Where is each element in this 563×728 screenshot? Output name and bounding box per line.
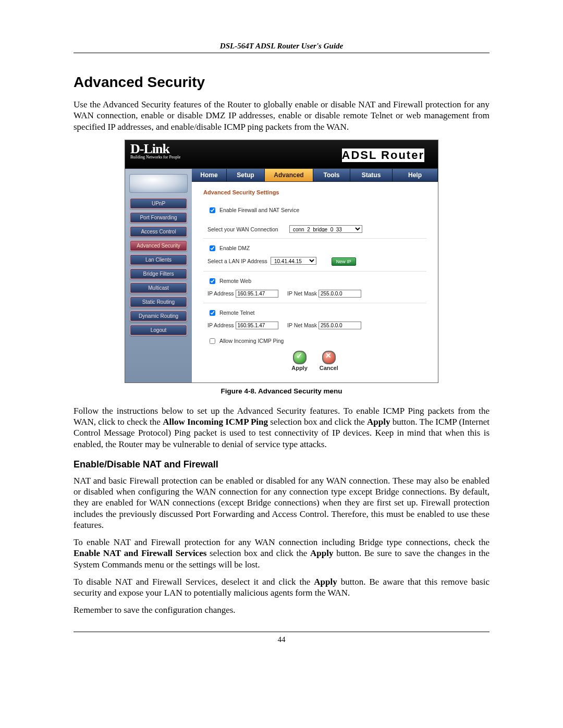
sidebar-item-multicast[interactable]: Multicast [130, 282, 187, 293]
figure-caption: Figure 4-8. Advanced Security menu [74, 387, 489, 395]
icmp-ping-checkbox[interactable] [210, 338, 215, 344]
remote-web-label: Remote Web [219, 278, 251, 284]
sidebar-item-advanced-security[interactable]: Advanced Security [130, 240, 187, 251]
tab-setup[interactable]: Setup [227, 169, 265, 181]
follow-paragraph: Follow the instructions below to set up … [74, 405, 489, 450]
page-title: Advanced Security [74, 74, 489, 91]
sidebar-item-bridge-filters[interactable]: Bridge Filters [130, 268, 187, 279]
brand-logo: D-Link Building Networks for People [130, 141, 180, 159]
new-ip-button[interactable]: New IP [332, 257, 356, 266]
text: selection box and click the [206, 548, 310, 558]
intro-paragraph: Use the Advanced Security features of th… [74, 99, 489, 132]
bold-icmp: Allow Incoming ICMP Ping [163, 417, 268, 427]
remote-telnet-mask-input[interactable] [319, 322, 361, 329]
remote-telnet-label: Remote Telnet [219, 310, 255, 316]
wan-conn-select[interactable]: conn_2_bridge_0_33 [289, 225, 362, 233]
tab-help[interactable]: Help [393, 169, 438, 181]
dmz-lanip-select[interactable]: 10.41.44.15 [271, 257, 316, 265]
brand-tagline: Building Networks for People [130, 155, 180, 159]
icmp-ping-label: Allow Incoming ICMP Ping [219, 338, 284, 344]
device-image [129, 174, 188, 193]
page-number: 44 [278, 635, 286, 644]
nat-paragraph-2: To enable NAT and Firewall protection fo… [74, 537, 489, 570]
sidebar-item-static-routing[interactable]: Static Routing [130, 297, 187, 307]
tab-home[interactable]: Home [192, 169, 227, 181]
bold-apply: Apply [367, 417, 390, 427]
nat-paragraph-3: To disable NAT and Firewall Services, de… [74, 576, 489, 599]
enable-firewall-label: Enable Firewall and NAT Service [219, 207, 299, 213]
subsection-heading: Enable/Disable NAT and Firewall [74, 459, 489, 470]
bold-enable-nat: Enable NAT and Firewall Services [74, 548, 206, 558]
tab-status[interactable]: Status [350, 169, 393, 181]
cancel-label: Cancel [320, 365, 338, 371]
remember-paragraph: Remember to save the configuration chang… [74, 604, 489, 615]
enable-dmz-label: Enable DMZ [219, 245, 250, 251]
sidebar-item-lan-clients[interactable]: Lan Clients [130, 254, 187, 265]
top-nav: Home Setup Advanced Tools Status Help [192, 169, 438, 182]
remote-web-checkbox[interactable] [210, 278, 215, 284]
enable-firewall-checkbox[interactable] [210, 207, 215, 213]
remote-web-ip-input[interactable] [236, 290, 278, 298]
sidebar-item-dynamic-routing[interactable]: Dynamic Routing [130, 311, 187, 322]
sidebar-item-upnp[interactable]: UPnP [130, 198, 187, 209]
panel-title: Advanced Security Settings [203, 189, 426, 195]
remote-web-mask-input[interactable] [319, 290, 361, 298]
bold-apply: Apply [314, 577, 337, 587]
wan-conn-label: Select your WAN Connection [207, 226, 288, 232]
tab-advanced[interactable]: Advanced [265, 169, 313, 181]
remote-web-mask-label: IP Net Mask [287, 290, 317, 297]
sidebar-item-logout[interactable]: Logout [130, 325, 187, 336]
router-screenshot: D-Link Building Networks for People ADSL… [125, 140, 438, 383]
apply-label: Apply [291, 365, 308, 371]
cancel-button[interactable]: Cancel [320, 351, 338, 371]
remote-telnet-mask-label: IP Net Mask [287, 322, 317, 328]
router-banner: D-Link Building Networks for People ADSL… [125, 140, 438, 169]
remote-telnet-ip-input[interactable] [236, 322, 278, 329]
sidebar-item-port-forwarding[interactable]: Port Forwarding [130, 212, 187, 223]
text: selection box and click the [268, 417, 367, 427]
enable-dmz-checkbox[interactable] [210, 245, 215, 251]
remote-telnet-ip-label: IP Address [207, 322, 234, 328]
tab-tools[interactable]: Tools [313, 169, 350, 181]
sidebar-item-access-control[interactable]: Access Control [130, 226, 187, 237]
cancel-icon [322, 351, 336, 364]
remote-web-ip-label: IP Address [207, 290, 234, 297]
text: To disable NAT and Firewall Services, de… [74, 577, 314, 587]
apply-icon [293, 351, 307, 364]
bold-apply: Apply [310, 548, 333, 558]
remote-telnet-checkbox[interactable] [210, 310, 215, 316]
text: To enable NAT and Firewall protection fo… [74, 537, 489, 547]
apply-button[interactable]: Apply [291, 351, 308, 371]
nat-paragraph-1: NAT and basic Firewall protection can be… [74, 475, 489, 530]
running-head: DSL-564T ADSL Router User's Guide [74, 42, 489, 53]
sidebar: UPnP Port Forwarding Access Control Adva… [125, 169, 192, 382]
banner-title: ADSL Router [342, 149, 425, 162]
dmz-lanip-label: Select a LAN IP Address [207, 258, 269, 264]
